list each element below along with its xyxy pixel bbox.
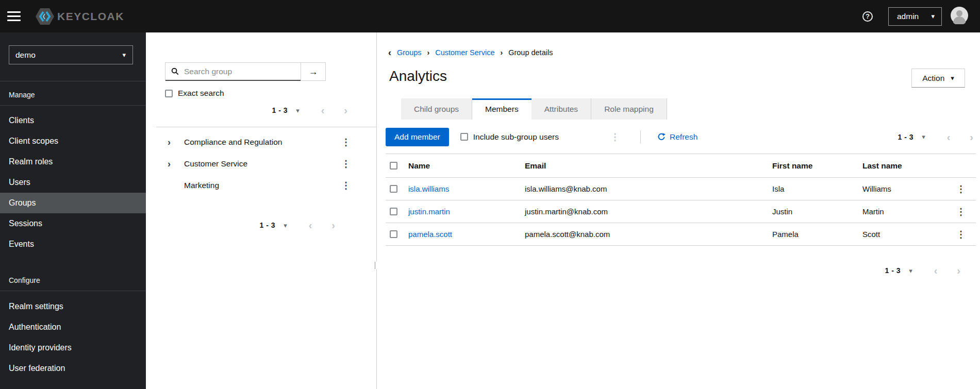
- tree-item-marketing: Marketing ⋮: [146, 175, 376, 196]
- member-username-link[interactable]: isla.williams: [408, 184, 449, 193]
- caret-down-icon: ▾: [922, 133, 925, 140]
- tree-divider: [156, 127, 376, 127]
- include-subgroup-users-label: Include sub-group users: [473, 132, 559, 142]
- sidebar-item-users[interactable]: Users: [0, 172, 146, 193]
- refresh-icon: [657, 133, 666, 141]
- search-group-input[interactable]: [183, 66, 301, 77]
- sidebar-item-realm-roles[interactable]: Realm roles: [0, 151, 146, 172]
- member-last-name: Scott: [858, 230, 956, 239]
- tab-child-groups[interactable]: Child groups: [401, 98, 472, 120]
- pagination-prev-icon[interactable]: ‹: [309, 220, 312, 230]
- sidebar-item-user-federation[interactable]: User federation: [0, 358, 146, 379]
- kebab-menu-icon[interactable]: ⋮: [341, 181, 351, 190]
- table-row: isla.williams isla.williams@knab.com Isl…: [386, 178, 976, 200]
- kebab-menu-icon[interactable]: ⋮: [341, 159, 351, 168]
- pagination-next-icon[interactable]: ›: [344, 105, 347, 115]
- brand-text: KEYCLOAK: [57, 10, 124, 23]
- caret-down-icon: ▾: [296, 107, 300, 114]
- row-kebab-menu-icon[interactable]: ⋮: [956, 230, 978, 239]
- pagination-range-dropdown[interactable]: 1 - 3 ▾: [885, 266, 912, 275]
- action-dropdown[interactable]: Action ▾: [911, 69, 965, 88]
- tab-members[interactable]: Members: [472, 98, 531, 120]
- expand-chevron-icon[interactable]: ›: [168, 138, 179, 147]
- breadcrumb-groups-link[interactable]: Groups: [397, 48, 422, 57]
- pagination-prev-icon[interactable]: ‹: [947, 132, 951, 142]
- expand-chevron-icon[interactable]: ›: [168, 159, 179, 168]
- caret-down-icon: ▾: [931, 13, 935, 20]
- group-details-main: ‹ Groups › Customer Service › Group deta…: [377, 32, 980, 389]
- sidebar-item-realm-settings[interactable]: Realm settings: [0, 296, 146, 317]
- exact-search-checkbox[interactable]: [165, 90, 173, 97]
- sidebar-item-identity-providers[interactable]: Identity providers: [0, 337, 146, 358]
- row-checkbox[interactable]: [390, 230, 397, 238]
- hamburger-menu-icon[interactable]: [7, 9, 21, 23]
- sidebar-item-events[interactable]: Events: [0, 234, 146, 255]
- keycloak-logo-icon: [35, 7, 55, 26]
- row-kebab-menu-icon[interactable]: ⋮: [956, 207, 978, 216]
- pagination-range-dropdown[interactable]: 1 - 3 ▾: [260, 221, 287, 229]
- add-member-button[interactable]: Add member: [386, 128, 449, 146]
- nav-section-manage: Manage: [0, 81, 146, 105]
- select-all-checkbox[interactable]: [390, 162, 397, 170]
- member-email: pamela.scott@knab.com: [521, 230, 768, 239]
- toolbar-kebab-menu-icon[interactable]: ⋮: [610, 132, 620, 142]
- nav-list-configure: Realm settings Authentication Identity p…: [0, 291, 146, 379]
- sidebar-item-clients[interactable]: Clients: [0, 110, 146, 131]
- keycloak-logo[interactable]: KEYCLOAK: [35, 7, 124, 26]
- caret-down-icon: ▾: [122, 52, 126, 58]
- search-submit-button[interactable]: →: [301, 63, 325, 81]
- help-icon[interactable]: ?: [862, 11, 873, 22]
- groups-tree-panel: → Exact search 1 - 3 ▾ ‹ › › Compliance …: [146, 32, 377, 389]
- member-first-name: Justin: [768, 207, 858, 216]
- tree-item-customer-service: › Customer Service ⋮: [146, 153, 376, 175]
- tab-role-mapping[interactable]: Role mapping: [591, 98, 667, 120]
- column-header-first-name: First name: [768, 161, 858, 171]
- pagination-next-icon[interactable]: ›: [331, 220, 335, 230]
- table-header-row: Name Email First name Last name: [386, 154, 976, 178]
- realm-name: demo: [15, 50, 36, 60]
- username-dropdown[interactable]: admin ▾: [888, 7, 942, 26]
- row-checkbox[interactable]: [390, 208, 397, 215]
- pagination-range-dropdown[interactable]: 1 - 3 ▾: [272, 106, 300, 114]
- member-last-name: Martin: [858, 207, 956, 216]
- include-subgroup-users-checkbox[interactable]: [460, 133, 468, 141]
- toolbar-divider: [640, 130, 641, 144]
- groups-pagination-bottom: 1 - 3 ▾ ‹ ›: [146, 220, 376, 230]
- back-chevron-icon[interactable]: ‹: [388, 48, 391, 57]
- breadcrumb: ‹ Groups › Customer Service › Group deta…: [377, 32, 980, 57]
- breadcrumb-separator-icon: ›: [500, 49, 503, 56]
- refresh-button[interactable]: Refresh: [657, 132, 697, 142]
- pagination-prev-icon[interactable]: ‹: [934, 265, 938, 276]
- column-header-last-name: Last name: [858, 161, 956, 171]
- pagination-next-icon[interactable]: ›: [970, 132, 973, 142]
- pagination-next-icon[interactable]: ›: [957, 265, 960, 276]
- arrow-right-icon: →: [309, 66, 318, 77]
- table-row: justin.martin justin.martin@knab.com Jus…: [386, 200, 976, 223]
- avatar[interactable]: [951, 7, 968, 26]
- members-pagination-top: 1 - 3 ▾ ‹ ›: [898, 132, 973, 142]
- row-checkbox[interactable]: [390, 185, 397, 193]
- member-email: isla.williams@knab.com: [521, 184, 768, 193]
- member-username-link[interactable]: pamela.scott: [408, 230, 452, 239]
- caret-down-icon: ▾: [909, 267, 912, 274]
- row-kebab-menu-icon[interactable]: ⋮: [956, 184, 978, 194]
- exact-search-label: Exact search: [178, 89, 224, 98]
- kebab-menu-icon[interactable]: ⋮: [341, 138, 351, 147]
- sidebar-item-authentication[interactable]: Authentication: [0, 317, 146, 337]
- column-header-email: Email: [521, 161, 768, 171]
- group-tree: › Compliance and Regulation ⋮ › Customer…: [146, 131, 376, 196]
- page-title: Analytics: [389, 67, 980, 85]
- sidebar-item-client-scopes[interactable]: Client scopes: [0, 131, 146, 151]
- sidebar-item-groups[interactable]: Groups: [0, 193, 146, 213]
- pagination-prev-icon[interactable]: ‹: [321, 105, 325, 115]
- group-search-field: [165, 63, 301, 81]
- sidebar-item-sessions[interactable]: Sessions: [0, 213, 146, 234]
- realm-selector[interactable]: demo ▾: [9, 45, 133, 64]
- caret-down-icon: ▾: [951, 75, 954, 81]
- nav-list-manage: Clients Client scopes Realm roles Users …: [0, 106, 146, 255]
- tab-attributes[interactable]: Attributes: [531, 98, 591, 120]
- breadcrumb-customer-service-link[interactable]: Customer Service: [435, 48, 494, 57]
- member-username-link[interactable]: justin.martin: [408, 207, 450, 216]
- avatar-icon: [951, 7, 968, 24]
- pagination-range-dropdown[interactable]: 1 - 3 ▾: [898, 133, 925, 141]
